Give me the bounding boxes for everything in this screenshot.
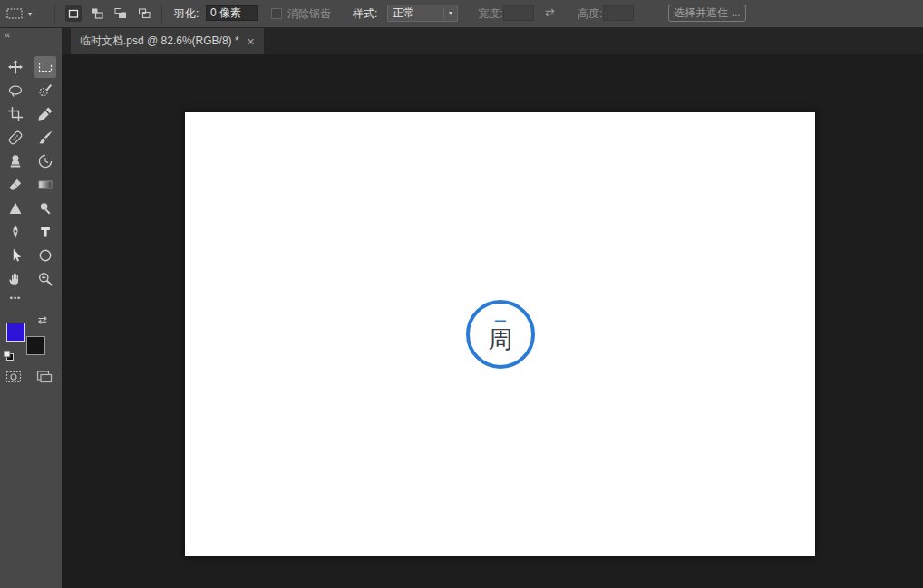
logo-top-character: 一 <box>495 315 507 327</box>
separator <box>54 4 55 24</box>
width-label: 宽度: <box>478 7 502 20</box>
collapse-panel-icon[interactable]: « <box>5 30 10 40</box>
screen-mode-icon <box>36 370 53 384</box>
lasso-tool[interactable] <box>5 80 26 101</box>
history-brush-tool[interactable] <box>34 150 56 172</box>
quick-mask-icon <box>5 370 22 384</box>
gradient-icon <box>37 177 53 193</box>
spot-healing-tool[interactable] <box>5 127 26 149</box>
ellipse-tool[interactable] <box>34 245 56 266</box>
foreground-color-swatch[interactable] <box>6 323 25 342</box>
crop-tool[interactable] <box>5 103 26 125</box>
eyedropper-icon <box>37 106 53 122</box>
subtract-selection-button[interactable] <box>112 5 129 22</box>
background-color-swatch[interactable] <box>26 336 45 355</box>
hand-icon <box>7 271 24 287</box>
height-input[interactable] <box>603 5 634 21</box>
antialias-label: 消除锯齿 <box>287 7 331 20</box>
add-selection-icon <box>90 6 104 21</box>
screen-mode-button[interactable] <box>36 370 53 384</box>
sharpen-icon <box>7 200 24 217</box>
rectangular-marquee-tool[interactable] <box>34 56 56 78</box>
width-input[interactable] <box>503 5 534 21</box>
eraser-icon <box>7 177 24 193</box>
document-tab-title: 临时文档.psd @ 82.6%(RGB/8) * <box>80 34 239 49</box>
style-value: 正常 <box>393 5 414 21</box>
quick-selection-tool[interactable] <box>34 80 56 101</box>
zoom-icon <box>37 271 53 287</box>
add-selection-button[interactable] <box>89 5 105 22</box>
feather-input[interactable] <box>206 5 258 21</box>
separator <box>161 4 162 24</box>
brush-tool[interactable] <box>34 127 56 149</box>
spot-healing-icon <box>7 130 24 146</box>
style-label: 样式: <box>353 7 377 20</box>
hand-tool[interactable] <box>5 268 26 290</box>
clone-stamp-tool[interactable] <box>5 150 26 172</box>
zoom-tool[interactable] <box>34 268 56 290</box>
options-bar: ▾ 羽化: <box>0 0 923 28</box>
height-label: 高度: <box>578 7 602 20</box>
photoshop-window: ▾ 羽化: <box>0 0 923 588</box>
rectangular-marquee-icon <box>37 59 53 75</box>
close-icon[interactable]: × <box>248 35 255 48</box>
new-selection-button[interactable] <box>65 5 82 22</box>
new-selection-icon <box>66 6 81 21</box>
subtract-selection-icon <box>113 6 128 21</box>
path-selection-tool[interactable] <box>5 245 26 266</box>
crop-icon <box>7 106 24 122</box>
type-icon <box>37 224 53 240</box>
history-brush-icon <box>37 153 53 169</box>
clone-stamp-icon <box>7 153 24 169</box>
marquee-preset-icon <box>5 6 25 21</box>
dodge-icon <box>37 200 53 217</box>
pen-tool[interactable] <box>5 221 26 243</box>
dodge-tool[interactable] <box>34 198 56 219</box>
chevron-down-icon: ▾ <box>443 8 452 19</box>
eraser-tool[interactable] <box>5 174 26 196</box>
move-tool[interactable] <box>5 56 26 78</box>
chevron-down-icon: ▾ <box>28 10 32 18</box>
select-and-mask-button[interactable]: 选择并遮住 ... <box>668 5 746 22</box>
logo-ring: 一 周 <box>466 300 535 369</box>
path-selection-icon <box>7 247 24 264</box>
intersect-selection-icon <box>137 6 151 21</box>
antialias-checkbox[interactable] <box>271 8 282 19</box>
edit-toolbar-button[interactable]: ••• <box>5 292 26 304</box>
tool-preset-picker[interactable]: ▾ <box>5 4 32 24</box>
pen-icon <box>7 224 24 240</box>
swap-colors-icon[interactable]: ⇄ <box>38 313 47 326</box>
intersect-selection-button[interactable] <box>136 5 152 22</box>
logo-bottom-character: 周 <box>489 327 513 353</box>
document-tab-bar: 临时文档.psd @ 82.6%(RGB/8) * × <box>62 28 923 54</box>
feather-label: 羽化: <box>174 7 199 20</box>
gradient-tool[interactable] <box>34 174 56 196</box>
sharpen-tool[interactable] <box>5 198 26 219</box>
swap-dimensions-icon[interactable]: ⇄ <box>545 6 555 19</box>
document-tab[interactable]: 临时文档.psd @ 82.6%(RGB/8) * × <box>71 28 264 54</box>
default-colors-icon[interactable] <box>3 350 15 361</box>
ellipse-icon <box>37 247 53 264</box>
quick-selection-icon <box>37 82 53 99</box>
style-select[interactable]: 正常 ▾ <box>387 5 458 22</box>
eyedropper-tool[interactable] <box>34 103 56 125</box>
quick-mask-button[interactable] <box>5 370 22 384</box>
tools-panel: « <box>0 28 62 588</box>
brush-icon <box>37 130 53 146</box>
type-tool[interactable] <box>34 221 56 243</box>
move-icon <box>7 59 24 75</box>
lasso-icon <box>7 82 24 99</box>
